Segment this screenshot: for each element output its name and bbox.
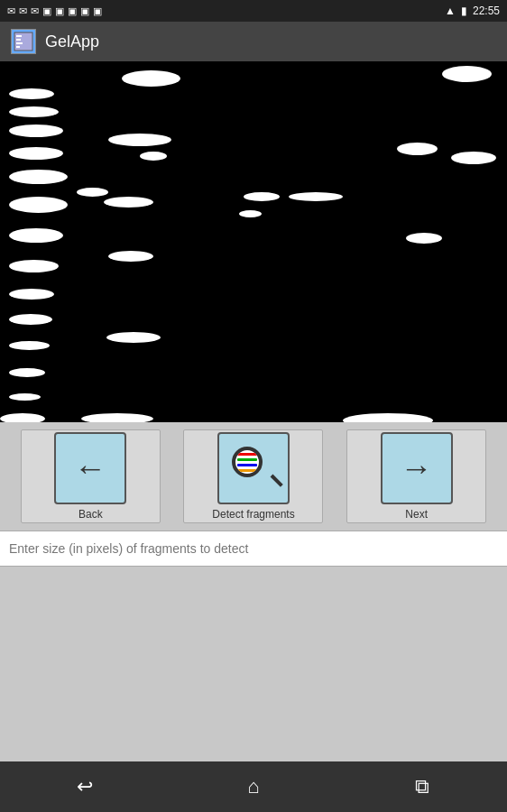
gel-band <box>244 192 280 201</box>
gel-band <box>9 197 68 213</box>
gel-band <box>397 143 438 155</box>
color-line <box>237 464 257 466</box>
gel-band <box>140 152 167 161</box>
gel-band <box>77 188 108 197</box>
gel-band <box>9 106 59 117</box>
bottom-nav: ↩ ⌂ ⧉ <box>0 761 507 812</box>
next-arrow-icon: → <box>401 449 433 487</box>
home-nav-button[interactable]: ⌂ <box>226 769 281 805</box>
app-title: GelApp <box>45 32 99 51</box>
next-button[interactable]: → Next <box>346 429 486 523</box>
svg-rect-2 <box>16 39 21 41</box>
gel-band <box>9 314 52 325</box>
color-line <box>237 453 257 456</box>
fragment-size-input[interactable] <box>9 541 498 556</box>
recents-nav-button[interactable]: ⧉ <box>395 769 449 805</box>
gel-band <box>108 134 171 146</box>
magnifier-circle <box>232 447 263 477</box>
gel-band <box>104 197 153 208</box>
gel-band <box>451 152 496 164</box>
back-icon-box: ← <box>54 432 126 504</box>
msg-icon: ✉ <box>7 5 15 17</box>
magnifier-handle <box>271 475 283 487</box>
back-label: Back <box>78 508 103 521</box>
detect-button[interactable]: Detect fragments <box>183 429 323 523</box>
back-button[interactable]: ← Back <box>21 429 161 523</box>
gel-band <box>442 66 492 82</box>
home-nav-icon: ⌂ <box>247 775 259 798</box>
gel-band <box>289 192 343 201</box>
notification-icons: ✉ ✉ ✉ ▣ ▣ ▣ ▣ ▣ <box>7 5 102 17</box>
msg3-icon: ✉ <box>31 5 39 17</box>
wifi-icon: ▲ <box>445 5 456 17</box>
content-area <box>0 567 507 790</box>
app-notif-icon: ▣ <box>42 5 51 17</box>
status-bar: ✉ ✉ ✉ ▣ ▣ ▣ ▣ ▣ ▲ ▮ 22:55 <box>0 0 507 22</box>
recents-nav-icon: ⧉ <box>415 775 429 798</box>
toolbar: ← Back Detect fragments → Next <box>0 422 507 531</box>
time-display: 22:55 <box>473 5 500 17</box>
gel-band <box>9 170 68 184</box>
color-lines <box>237 453 257 472</box>
app-notif4-icon: ▣ <box>80 5 89 17</box>
gel-band <box>9 147 63 160</box>
gel-band <box>106 332 161 343</box>
gel-image <box>0 61 507 422</box>
gel-band <box>239 210 262 217</box>
gel-band <box>9 125 63 137</box>
back-arrow-icon: ← <box>74 449 106 487</box>
magnifier-icon <box>232 447 275 490</box>
color-line <box>237 469 257 472</box>
gel-band <box>108 251 153 262</box>
gel-band <box>9 228 63 243</box>
gel-band <box>9 393 41 401</box>
app-notif2-icon: ▣ <box>55 5 64 17</box>
msg2-icon: ✉ <box>19 5 27 17</box>
detect-icon-box <box>217 432 290 504</box>
gel-band <box>9 368 45 377</box>
detect-label: Detect fragments <box>212 508 294 521</box>
battery-icon: ▮ <box>461 5 467 17</box>
gel-band <box>9 260 59 272</box>
gel-band <box>343 413 433 422</box>
app-icon <box>11 29 36 54</box>
svg-rect-1 <box>16 35 22 37</box>
gel-band <box>406 233 442 244</box>
input-area[interactable] <box>0 531 507 567</box>
app-notif5-icon: ▣ <box>93 5 102 17</box>
gel-band <box>81 413 153 422</box>
app-notif3-icon: ▣ <box>68 5 77 17</box>
gel-band <box>9 341 50 350</box>
svg-rect-4 <box>16 46 20 48</box>
back-nav-button[interactable]: ↩ <box>58 769 112 805</box>
next-icon-box: → <box>381 432 453 504</box>
gel-band <box>122 70 180 87</box>
gel-band <box>9 289 54 300</box>
back-nav-icon: ↩ <box>77 775 93 798</box>
title-bar: GelApp <box>0 22 507 61</box>
svg-rect-3 <box>16 42 23 44</box>
gel-band <box>9 88 54 99</box>
gel-band <box>0 413 45 422</box>
color-line <box>237 458 257 461</box>
next-label: Next <box>405 508 428 521</box>
